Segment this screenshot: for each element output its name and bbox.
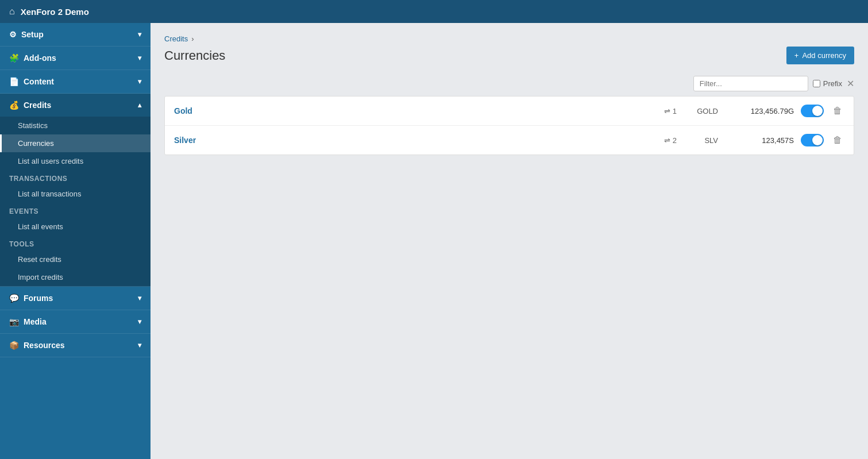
credits-icon: 💰 [9, 101, 19, 110]
forums-label: Forums [24, 294, 53, 303]
content-label: Content [24, 77, 54, 86]
page-title: Currencies [164, 48, 225, 63]
currency-value-silver: 123,457S [725, 136, 794, 145]
delete-currency-gold[interactable]: 🗑 [831, 103, 844, 118]
currency-toggle-silver[interactable] [801, 134, 824, 146]
credits-chevron: ▴ [138, 101, 141, 109]
media-chevron: ▾ [138, 318, 141, 326]
home-icon[interactable]: ⌂ [9, 6, 15, 17]
media-icon: 📷 [9, 317, 19, 326]
currency-order-gold: ⇌ 1 [654, 107, 677, 115]
sidebar-item-content[interactable]: 📄 Content ▾ [0, 70, 151, 93]
sidebar-section-credits: 💰 Credits ▴ Statistics Currencies List a… [0, 94, 151, 287]
site-title: XenForo 2 Demo [21, 7, 89, 17]
prefix-text: Prefix [823, 79, 842, 88]
top-header: ⌂ XenForo 2 Demo [0, 0, 868, 23]
resources-icon: 📦 [9, 341, 19, 350]
addons-chevron: ▾ [138, 54, 141, 62]
sidebar-item-resources[interactable]: 📦 Resources ▾ [0, 334, 151, 357]
setup-label: Setup [21, 30, 44, 39]
resources-chevron: ▾ [138, 341, 141, 349]
credits-label: Credits [24, 101, 51, 110]
forums-chevron: ▾ [138, 294, 141, 302]
tools-category: Tools [0, 236, 151, 250]
setup-chevron: ▾ [138, 30, 141, 38]
currencies-table: Gold ⇌ 1 GOLD 123,456.79G 🗑 Silver [164, 96, 854, 155]
content-chevron: ▾ [138, 78, 141, 86]
sidebar-item-currencies[interactable]: Currencies [0, 134, 151, 152]
sidebar-item-import-credits[interactable]: Import credits [0, 268, 151, 286]
sidebar-section-forums: 💬 Forums ▾ [0, 287, 151, 310]
sidebar-item-media[interactable]: 📷 Media ▾ [0, 310, 151, 333]
addons-icon: 🧩 [9, 53, 19, 63]
prefix-label[interactable]: Prefix [813, 79, 842, 88]
reorder-icon-silver[interactable]: ⇌ [664, 136, 670, 145]
toggle-thumb-silver [812, 135, 823, 145]
breadcrumb: Credits › [164, 34, 854, 43]
forums-icon: 💬 [9, 294, 19, 303]
filter-bar: Prefix ✕ [164, 76, 854, 91]
currency-order-silver: ⇌ 2 [654, 136, 677, 145]
currency-name-gold[interactable]: Gold [174, 106, 647, 115]
reorder-icon-gold[interactable]: ⇌ [664, 107, 670, 115]
sidebar-item-reset-credits[interactable]: Reset credits [0, 250, 151, 268]
addons-label: Add-ons [24, 53, 56, 63]
currency-order-number-silver: 2 [673, 136, 677, 145]
toggle-track-gold [801, 105, 824, 117]
content-area: Credits › Currencies + Add currency Pref… [151, 23, 868, 459]
sidebar-section-content: 📄 Content ▾ [0, 70, 151, 94]
currency-order-number-gold: 1 [673, 107, 677, 115]
sidebar-item-addons[interactable]: 🧩 Add-ons ▾ [0, 47, 151, 70]
add-currency-button[interactable]: + Add currency [786, 47, 854, 64]
breadcrumb-parent[interactable]: Credits [164, 34, 188, 43]
currency-name-silver[interactable]: Silver [174, 136, 647, 145]
prefix-checkbox[interactable] [813, 80, 820, 87]
filter-input[interactable] [693, 76, 808, 91]
sidebar-section-media: 📷 Media ▾ [0, 310, 151, 334]
sidebar-section-resources: 📦 Resources ▾ [0, 334, 151, 357]
sidebar: ⚙ Setup ▾ 🧩 Add-ons ▾ 📄 Content [0, 23, 151, 459]
sidebar-section-addons: 🧩 Add-ons ▾ [0, 47, 151, 70]
delete-currency-silver[interactable]: 🗑 [831, 133, 844, 148]
sidebar-item-list-users-credits[interactable]: List all users credits [0, 152, 151, 170]
currency-value-gold: 123,456.79G [725, 107, 794, 115]
breadcrumb-separator: › [191, 34, 194, 43]
toggle-track-silver [801, 134, 824, 146]
toggle-thumb-gold [812, 106, 823, 116]
sidebar-section-setup: ⚙ Setup ▾ [0, 23, 151, 47]
sidebar-item-list-transactions[interactable]: List all transactions [0, 185, 151, 203]
resources-label: Resources [24, 341, 65, 350]
table-row: Gold ⇌ 1 GOLD 123,456.79G 🗑 [165, 97, 854, 126]
sidebar-item-setup[interactable]: ⚙ Setup ▾ [0, 23, 151, 46]
sidebar-item-credits[interactable]: 💰 Credits ▴ [0, 94, 151, 117]
content-icon: 📄 [9, 77, 19, 86]
setup-icon: ⚙ [9, 30, 17, 39]
sidebar-item-list-events[interactable]: List all events [0, 218, 151, 236]
media-label: Media [24, 317, 47, 326]
clear-filter-button[interactable]: ✕ [847, 79, 854, 88]
currency-code-gold: GOLD [684, 107, 718, 115]
table-row: Silver ⇌ 2 SLV 123,457S 🗑 [165, 126, 854, 155]
transactions-category: Transactions [0, 170, 151, 185]
add-currency-icon: + [794, 51, 799, 60]
page-header: Currencies + Add currency [164, 47, 854, 64]
currency-code-silver: SLV [684, 136, 718, 145]
add-currency-label: Add currency [802, 51, 846, 60]
events-category: Events [0, 203, 151, 218]
sidebar-item-forums[interactable]: 💬 Forums ▾ [0, 287, 151, 310]
main-layout: ⚙ Setup ▾ 🧩 Add-ons ▾ 📄 Content [0, 23, 868, 459]
currency-toggle-gold[interactable] [801, 105, 824, 117]
credits-submenu: Statistics Currencies List all users cre… [0, 117, 151, 286]
sidebar-item-statistics[interactable]: Statistics [0, 117, 151, 134]
